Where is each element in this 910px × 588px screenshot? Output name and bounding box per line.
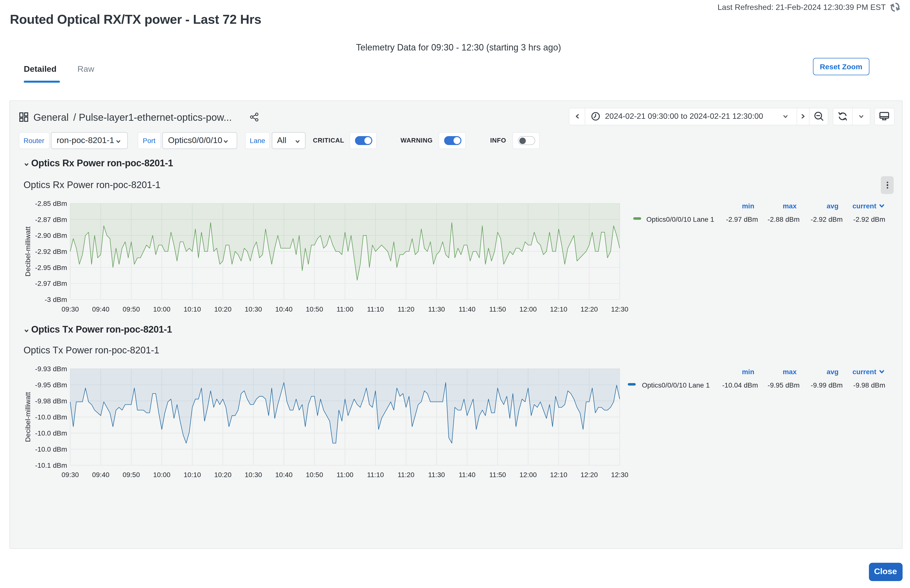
svg-text:-2.92 dBm: -2.92 dBm (35, 248, 67, 255)
svg-text:12:30: 12:30 (611, 471, 628, 479)
svg-text:-2.87 dBm: -2.87 dBm (35, 216, 67, 223)
svg-text:11:50: 11:50 (489, 471, 506, 479)
svg-text:11:00: 11:00 (337, 471, 354, 479)
svg-text:10:10: 10:10 (184, 471, 201, 479)
svg-text:Decibel-milliwatt: Decibel-milliwatt (24, 392, 32, 442)
svg-text:10:30: 10:30 (245, 471, 262, 479)
svg-text:12:00: 12:00 (519, 471, 537, 479)
svg-text:11:20: 11:20 (398, 471, 414, 479)
svg-text:09:30: 09:30 (61, 305, 79, 313)
svg-text:12:20: 12:20 (580, 305, 598, 313)
svg-text:-10.0 dBm: -10.0 dBm (35, 413, 67, 421)
svg-text:-3 dBm: -3 dBm (45, 296, 67, 304)
svg-text:09:30: 09:30 (61, 471, 79, 479)
svg-text:09:40: 09:40 (92, 305, 110, 313)
svg-text:10:00: 10:00 (153, 305, 171, 313)
svg-text:11:10: 11:10 (367, 305, 384, 313)
svg-text:12:30: 12:30 (611, 305, 628, 313)
svg-text:11:50: 11:50 (489, 305, 506, 313)
svg-text:10:30: 10:30 (245, 305, 262, 313)
svg-text:11:30: 11:30 (428, 471, 445, 479)
svg-text:-9.95 dBm: -9.95 dBm (35, 381, 67, 389)
svg-text:11:10: 11:10 (367, 471, 384, 479)
svg-text:-2.95 dBm: -2.95 dBm (35, 264, 67, 271)
svg-text:12:00: 12:00 (519, 305, 537, 313)
svg-text:12:10: 12:10 (550, 305, 567, 313)
svg-text:09:50: 09:50 (123, 305, 140, 313)
svg-text:-10.0 dBm: -10.0 dBm (35, 446, 67, 453)
svg-text:-2.90 dBm: -2.90 dBm (35, 232, 67, 239)
svg-text:12:20: 12:20 (580, 471, 598, 479)
svg-text:Decibel-milliwatt: Decibel-milliwatt (24, 226, 32, 276)
svg-text:-2.97 dBm: -2.97 dBm (35, 279, 67, 287)
svg-text:09:50: 09:50 (123, 471, 140, 479)
svg-text:10:20: 10:20 (214, 305, 231, 313)
svg-text:12:10: 12:10 (550, 471, 567, 479)
svg-text:10:40: 10:40 (275, 305, 293, 313)
svg-text:-10.1 dBm: -10.1 dBm (35, 462, 67, 469)
svg-text:11:40: 11:40 (459, 305, 475, 313)
svg-text:10:40: 10:40 (275, 471, 293, 479)
svg-text:11:40: 11:40 (459, 471, 475, 479)
svg-text:10:10: 10:10 (184, 305, 201, 313)
svg-text:-2.85 dBm: -2.85 dBm (35, 200, 67, 207)
svg-text:11:20: 11:20 (398, 305, 414, 313)
svg-text:09:40: 09:40 (92, 471, 110, 479)
svg-text:10:50: 10:50 (306, 471, 323, 479)
svg-text:10:20: 10:20 (214, 471, 231, 479)
svg-text:-9.98 dBm: -9.98 dBm (35, 397, 67, 405)
svg-text:10:50: 10:50 (306, 305, 323, 313)
svg-text:11:30: 11:30 (428, 305, 445, 313)
svg-text:-10.0 dBm: -10.0 dBm (35, 430, 67, 437)
svg-text:-9.93 dBm: -9.93 dBm (35, 365, 67, 373)
svg-text:11:00: 11:00 (337, 305, 354, 313)
svg-text:10:00: 10:00 (153, 471, 171, 479)
